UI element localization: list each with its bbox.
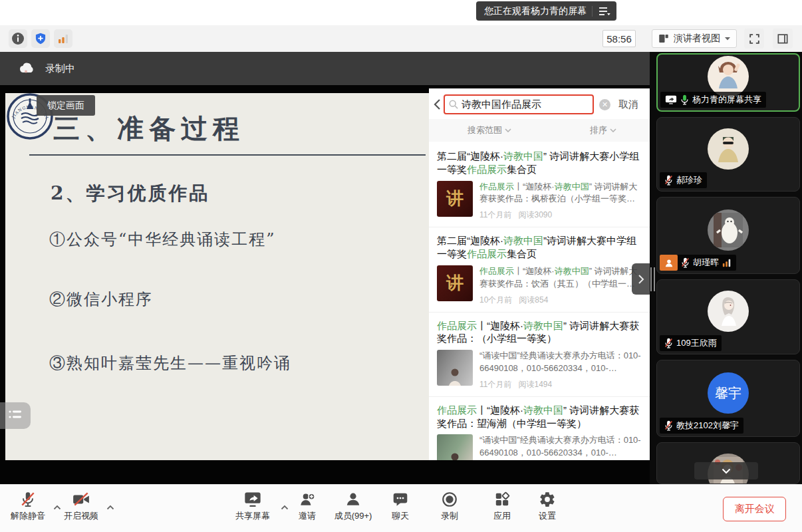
participant-tile[interactable]: 馨宇 教技2102刘馨宇	[656, 360, 800, 437]
avatar	[708, 209, 749, 251]
result-read-count: 阅读854	[519, 295, 548, 306]
mic-muted-icon	[664, 338, 673, 348]
expand-panel-handle[interactable]	[632, 263, 650, 295]
network-signal-icon	[722, 258, 732, 267]
result-thumbnail	[437, 350, 473, 386]
slide-bullet-3: ③熟知叶嘉莹先生——重视吟诵	[49, 352, 291, 374]
apps-icon	[493, 491, 511, 508]
result-snippet: 作品展示丨“迦陵杯·诗教中国” 诗词讲解大赛获奖作品：枫桥夜泊（小学组一等奖…	[479, 181, 642, 206]
search-input[interactable]: 诗教中国作品展示	[444, 94, 594, 114]
search-result-item[interactable]: 作品展示丨“迦陵杯·诗教中国” 诗词讲解大赛获奖作品：（小学组一等奖） “诵读中…	[429, 313, 650, 397]
clear-search-icon[interactable]: ✕	[599, 99, 610, 110]
apps-button[interactable]: 应用	[486, 491, 518, 522]
chevron-down-icon	[610, 128, 616, 132]
bottom-toolbar: 解除静音 开启视频 共享屏幕 邀请 成员(99+) 聊天	[0, 484, 802, 532]
back-icon[interactable]	[433, 98, 441, 110]
members-button[interactable]: 成员(99+)	[329, 491, 378, 522]
mic-muted-icon	[664, 175, 673, 186]
cancel-search-button[interactable]: 取消	[618, 98, 638, 111]
participant-tile[interactable]: 郝珍珍	[656, 117, 800, 192]
search-result-item[interactable]: 第二届“迦陵杯·诗教中国” 诗词讲解大赛小学组一等奖作品展示集合页 讲 作品展示…	[429, 143, 650, 227]
invite-button[interactable]: 邀请	[290, 491, 325, 522]
annotation-list-button[interactable]	[0, 402, 31, 429]
participant-name: 郝珍珍	[676, 174, 702, 186]
slide-bullet-1: ①公众号“中华经典诵读工程”	[49, 229, 276, 250]
watching-banner: 您正在观看杨力青的屏幕	[476, 1, 616, 21]
fullscreen-icon[interactable]	[744, 29, 764, 49]
result-thumbnail	[437, 434, 473, 460]
share-screen-label: 共享屏幕	[235, 510, 270, 522]
slide-title-underline	[29, 154, 426, 156]
chevron-down-icon	[724, 37, 731, 41]
result-meta: 11个月前 阅读3090	[479, 209, 642, 221]
participant-tile-sharing[interactable]: 杨力青的屏幕共享	[656, 53, 800, 112]
result-read-count: 阅读3090	[518, 209, 552, 221]
leave-meeting-button[interactable]: 离开会议	[723, 497, 786, 521]
record-icon	[441, 491, 458, 508]
panel-resize-handle[interactable]	[650, 267, 655, 291]
presenter-silhouette	[446, 367, 464, 386]
result-meta: 11个月前 阅读1494	[479, 379, 642, 390]
participant-name: 胡瑾晖	[693, 257, 719, 269]
settings-button[interactable]: 设置	[531, 491, 563, 522]
view-mode-dropdown[interactable]: 演讲者视图	[652, 29, 737, 48]
scroll-participants-down-button[interactable]	[694, 462, 758, 479]
share-screen-button[interactable]: 共享屏幕	[229, 491, 277, 522]
result-title: 第二届“迦陵杯·诗教中国”诗词讲解大赛中学组一等奖作品展示集合页	[437, 234, 642, 261]
shared-screen-area: 录制中 JIANGNAN UNIVERSITY	[0, 52, 650, 484]
participant-label: 教技2102刘馨宇	[660, 418, 743, 434]
slide-bullet-2: ②微信小程序	[49, 289, 153, 310]
network-signal-icon[interactable]	[54, 29, 72, 48]
participant-label: 胡瑾晖	[660, 255, 736, 271]
unmute-label: 解除静音	[11, 510, 45, 522]
result-meta: 10个月前 阅读854	[479, 295, 642, 306]
result-time: 11个月前	[479, 209, 511, 221]
record-button[interactable]: 录制	[434, 491, 466, 522]
invite-person-icon	[299, 491, 316, 508]
search-scope-filter[interactable]: 搜索范围	[468, 124, 511, 136]
participant-tile[interactable]: 胡瑾晖	[656, 197, 800, 274]
start-video-button[interactable]: 开启视频	[59, 491, 104, 522]
video-options-chevron[interactable]	[105, 502, 116, 513]
meeting-timer: 58:56	[602, 30, 636, 47]
search-query: 诗教中国作品展示	[462, 98, 541, 111]
slide-title: 三、准备过程	[53, 110, 245, 147]
chat-label: 聊天	[392, 510, 409, 522]
avatar	[708, 56, 749, 97]
search-result-item[interactable]: 第二届“迦陵杯·诗教中国”诗词讲解大赛中学组一等奖作品展示集合页 讲 作品展示丨…	[429, 227, 650, 312]
start-video-label: 开启视频	[64, 510, 98, 522]
host-badge-icon	[660, 255, 678, 271]
meeting-window: 您正在观看杨力青的屏幕 58:56 演讲者视图	[0, 0, 802, 532]
layout-list-menu-icon[interactable]	[598, 6, 611, 17]
participant-tile[interactable]: 109王欣雨	[656, 279, 800, 354]
search-result-item[interactable]: 作品展示丨“迦陵杯·诗教中国” 诗词讲解大赛获奖作品：望海潮（中学组一等奖） “…	[429, 397, 650, 460]
participant-name: 109王欣雨	[676, 337, 717, 349]
meeting-info-icon[interactable]	[9, 29, 27, 48]
search-filters-row: 搜索范围 排序	[429, 119, 650, 142]
result-time: 10个月前	[479, 295, 512, 306]
mic-muted-icon	[664, 420, 673, 431]
presenter-silhouette	[446, 452, 464, 460]
result-thumbnail: 讲	[437, 181, 473, 217]
thumbnail-character: 讲	[446, 271, 464, 295]
search-bar-row: 诗教中国作品展示 ✕ 取消	[429, 92, 650, 116]
share-options-chevron[interactable]	[279, 502, 290, 513]
unmute-button[interactable]: 解除静音	[5, 491, 51, 522]
result-title: 第二届“迦陵杯·诗教中国” 诗词讲解大赛小学组一等奖作品展示集合页	[437, 150, 642, 176]
security-shield-icon[interactable]	[31, 29, 50, 48]
result-snippet: “诵读中国”经典诵读大赛承办方电话：010-66490108，010-56620…	[479, 434, 642, 460]
chevron-down-icon	[505, 128, 511, 132]
lock-view-tooltip[interactable]: 锁定画面	[37, 95, 95, 116]
chat-button[interactable]: 聊天	[384, 491, 416, 522]
apps-label: 应用	[493, 510, 511, 522]
watching-banner-text: 您正在观看杨力青的屏幕	[484, 5, 587, 17]
hide-panel-icon[interactable]	[773, 29, 793, 49]
participant-label: 109王欣雨	[660, 335, 722, 351]
search-results-list: 第二届“迦陵杯·诗教中国” 诗词讲解大赛小学组一等奖作品展示集合页 讲 作品展示…	[429, 143, 650, 460]
sort-filter[interactable]: 排序	[590, 124, 616, 136]
result-snippet: “诵读中国”经典诵读大赛承办方电话：010-66490108，010-56620…	[479, 350, 642, 375]
speaker-view-icon	[658, 33, 670, 45]
main-area: 录制中 JIANGNAN UNIVERSITY	[0, 52, 802, 484]
search-scope-label: 搜索范围	[468, 124, 502, 136]
slide-subtitle: 2、学习优质作品	[51, 181, 209, 206]
